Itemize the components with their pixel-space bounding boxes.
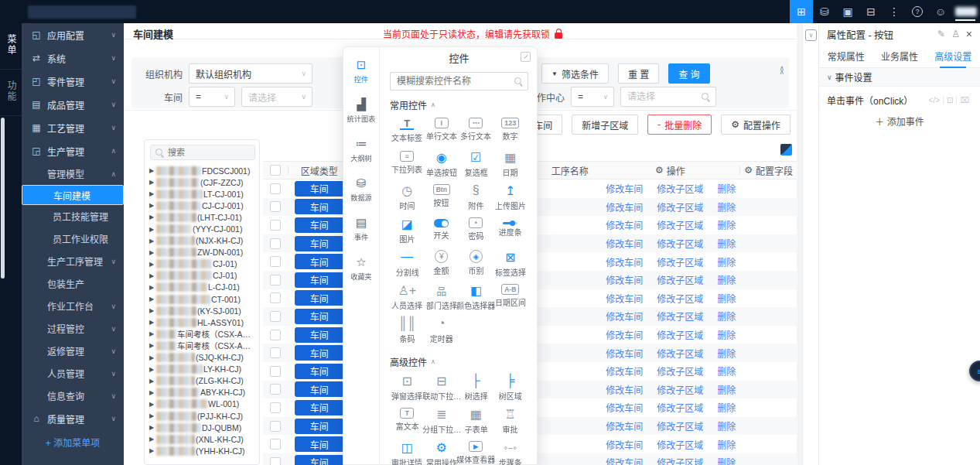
widget-item[interactable]: ∘–∘ 步骤条 [493,438,528,465]
tree-item[interactable]: ▶ (PJJ-KH-CJ) [145,410,260,422]
sidebar-item[interactable]: 管理模型 ∧ [22,162,124,185]
edit-workshop-link[interactable]: 修改车间 [600,419,648,433]
tree-item[interactable]: ▶ CT-001) [145,293,260,305]
delete-link[interactable]: 删除 [712,347,741,360]
edit-workshop-link[interactable]: 修改车间 [600,438,648,451]
edit-subarea-link[interactable]: 修改子区域 [651,401,709,414]
delete-link[interactable]: 删除 [712,182,741,195]
lock-icon[interactable] [555,32,562,39]
widget-item[interactable]: ↥ 上传图片 [493,181,528,214]
code-icon[interactable]: </> [926,96,943,104]
event-settings-section[interactable]: ∨ 事件设置 [819,68,980,87]
edit-workshop-link[interactable]: 修改车间 [600,401,648,414]
topbar-icon[interactable]: ⊟ [859,0,883,23]
row-checkbox[interactable] [270,402,281,413]
expand-arrow-icon[interactable]: ▶ [149,389,156,396]
row-checkbox[interactable] [270,220,281,231]
mode-tab[interactable]: 菜单 [0,23,22,70]
edit-workshop-link[interactable]: 修改车间 [600,200,648,214]
widget-item[interactable]: ≣ 分组下拉… [425,405,459,438]
trash-icon[interactable]: ⌧ [957,96,972,104]
expand-arrow-icon[interactable]: ▶ [149,284,156,291]
query-button[interactable]: 查 询 [668,63,709,84]
widget-item[interactable]: A-B 日期区间 [493,281,528,314]
edit-workshop-link[interactable]: 修改车间 [600,383,648,396]
tree-item[interactable]: ▶ ABY-KH-CJ) [145,387,260,398]
tree-item[interactable]: ▶ ZW-DN-001) [145,247,260,258]
tree-item[interactable]: ▶ (XNL-KH-CJ) [145,433,260,445]
row-checkbox[interactable] [270,256,281,267]
expand-arrow-icon[interactable]: ▶ [149,401,156,408]
row-checkbox[interactable] [270,201,281,212]
expand-arrow-icon[interactable]: ▶ [149,307,156,314]
sidebar-item[interactable]: ◱ 应用配置 ∨ [22,23,124,46]
expand-arrow-icon[interactable]: ▶ [149,202,156,209]
edit-subarea-link[interactable]: 修改子区域 [651,456,709,465]
palette-rail-tab[interactable]: ☆ 收藏夹 [350,255,373,282]
delete-link[interactable]: 删除 [712,456,741,465]
props-tab[interactable]: 常规属性 [819,45,872,67]
edit-subarea-link[interactable]: 修改子区域 [651,328,709,341]
edit-subarea-link[interactable]: 修改子区域 [651,182,709,195]
row-checkbox[interactable] [270,366,281,377]
sidebar-item[interactable]: ▦ 工艺管理 ∨ [22,116,124,139]
widget-item[interactable]: ║║ 条码 [390,314,425,347]
edit-subarea-link[interactable]: 修改子区域 [651,364,709,378]
widget-item[interactable]: ♖ 审批 [493,405,528,438]
delete-link[interactable]: 删除 [712,200,741,214]
table-settings-icon[interactable] [780,144,792,156]
row-checkbox[interactable] [270,384,281,395]
expand-arrow-icon[interactable]: ▶ [149,272,156,279]
org-select[interactable]: 默认组织机构∨ [189,63,312,84]
edit-workshop-link[interactable]: 修改车间 [600,237,648,250]
expand-arrow-icon[interactable]: ▶ [149,167,156,174]
delete-link[interactable]: 删除 [712,255,741,268]
delete-link[interactable]: 删除 [712,419,741,433]
add-menu-item-button[interactable]: + 添加菜单项 [22,430,124,453]
tree-item[interactable]: ▶ (YHH-KH-CJ) [145,445,260,456]
expand-arrow-icon[interactable]: ▶ [149,226,156,233]
sidebar-item[interactable]: 过程管控 ∨ [22,317,124,340]
minimize-panel-icon[interactable] [521,52,531,62]
widget-item[interactable]: • 密码 [459,214,493,248]
add-subarea-button[interactable]: 新增子区域 [572,115,638,135]
tree-item[interactable]: ▶ 车间考核（CSX-A… [145,340,260,351]
widget-item[interactable]: ◧ 颜色选择器 [459,281,493,314]
widget-item[interactable]: ▶ 媒体查看器 [459,438,493,465]
row-checkbox[interactable] [270,275,281,285]
widget-item[interactable]: 开关 [425,214,459,248]
expand-arrow-icon[interactable]: ▶ [149,238,156,244]
tree-item[interactable]: ▶ FDCSCJ001) [145,165,260,176]
tree-item[interactable]: ▶ (LHT-CJ-01) [145,211,260,223]
delete-link[interactable]: 删除 [712,237,741,250]
widget-item[interactable]: 品 部门选择 [425,281,459,314]
props-tab[interactable]: 业务属性 [872,45,926,67]
delete-link[interactable]: 删除 [712,273,741,286]
palette-rail-tab[interactable]: ⛁ 数据源 [350,176,373,203]
tree-item[interactable]: ▶ 车间考核（CSX-A… [145,328,260,340]
tree-item[interactable]: ▶ CJ-CJ-001) [145,200,260,211]
tree-item[interactable]: ▶ HL-ASSY01) [145,316,260,328]
delete-link[interactable]: 删除 [712,438,741,451]
edit-subarea-link[interactable]: 修改子区域 [651,200,709,214]
sidebar-item[interactable]: ⇄ 系统 ∨ [22,46,124,70]
batch-delete-button[interactable]: -批量删除 [647,115,712,135]
expand-arrow-icon[interactable]: ▶ [149,249,156,256]
row-checkbox[interactable] [270,238,281,249]
row-checkbox[interactable] [270,183,281,194]
widget-item[interactable]: Btn 按钮 [425,181,459,214]
edit-workshop-link[interactable]: 修改车间 [600,328,648,341]
collapse-filter-icon[interactable]: ∧∧ [779,67,784,74]
edit-workshop-link[interactable]: 修改车间 [600,456,648,465]
delete-link[interactable]: 删除 [712,328,741,341]
palette-rail-tab[interactable]: ▤ 事件 [353,216,369,242]
widget-item[interactable]: ⋯ 多行文本 [459,115,493,148]
expand-arrow-icon[interactable]: ▶ [149,190,156,197]
edit-workshop-link[interactable]: 修改车间 [600,255,648,268]
row-checkbox[interactable] [270,347,281,358]
edit-subarea-link[interactable]: 修改子区域 [651,292,709,305]
expand-arrow-icon[interactable]: ▶ [149,424,156,431]
delete-link[interactable]: 删除 [712,364,741,378]
advanced-widgets-header[interactable]: 高级控件∧ [390,355,528,368]
edit-workshop-link[interactable]: 修改车间 [600,364,648,378]
